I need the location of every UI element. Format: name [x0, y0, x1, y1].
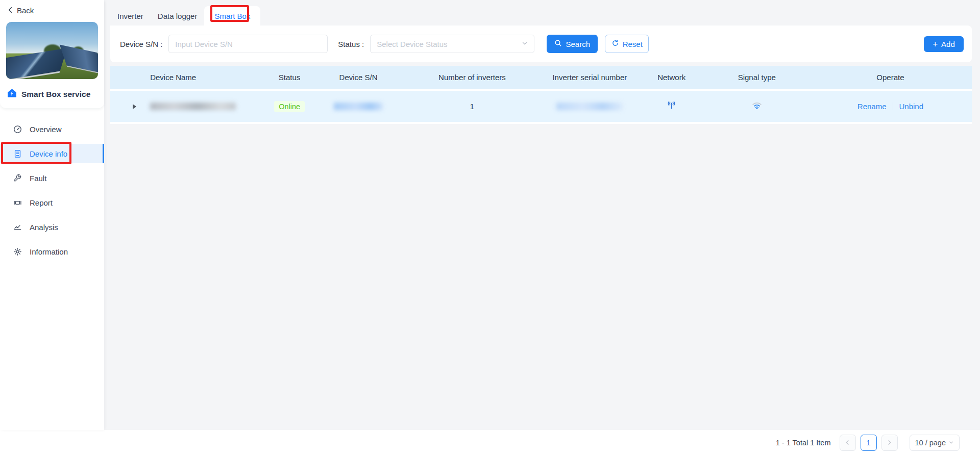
expand-row-caret-icon[interactable] — [133, 104, 136, 109]
page-size-select[interactable]: 10 / page — [910, 435, 960, 451]
inverter-count: 1 — [470, 102, 475, 111]
tab-label: Inverter — [117, 12, 143, 20]
network-cell — [639, 100, 705, 112]
sidebar-header: Back Smart Box service — [0, 0, 104, 108]
expand-cell — [110, 104, 143, 109]
tab-label: Smart Box — [214, 12, 250, 20]
device-tabs: Inverter Data logger Smart Box — [110, 6, 972, 26]
sidebar-item-label: Information — [30, 247, 68, 256]
chevron-left-icon — [7, 6, 14, 15]
service-title-row: Smart Box service — [6, 88, 98, 100]
search-button-label: Search — [566, 40, 590, 48]
line-chart-icon — [13, 223, 22, 232]
sidebar: Back Smart Box service Overview — [0, 0, 104, 430]
action-divider — [893, 103, 893, 110]
number-of-inverters-cell: 1 — [403, 102, 541, 111]
col-network: Network — [639, 73, 705, 82]
device-name-redacted-value — [150, 103, 236, 110]
page-number-button[interactable]: 1 — [861, 435, 877, 451]
add-button[interactable]: + Add — [924, 36, 964, 52]
table-row: Online 1 — [110, 89, 972, 124]
col-device-name: Device Name — [143, 73, 265, 82]
smart-box-table: Device Name Status Device S/N Number of … — [110, 66, 972, 124]
chevron-down-icon — [948, 439, 954, 447]
reset-button-label: Reset — [623, 40, 643, 48]
next-page-button[interactable] — [881, 435, 898, 451]
status-select[interactable]: Select Device Status — [370, 35, 534, 53]
chevron-left-icon — [845, 438, 850, 447]
status-select-placeholder: Select Device Status — [377, 40, 447, 48]
add-button-label: Add — [941, 40, 955, 48]
device-name-cell — [143, 103, 265, 110]
sidebar-item-label: Overview — [30, 125, 62, 134]
col-status: Status — [265, 73, 314, 82]
sidebar-item-analysis[interactable]: Analysis — [0, 217, 104, 237]
sidebar-item-report[interactable]: Report — [0, 193, 104, 212]
solar-panel-shape — [60, 45, 98, 75]
operate-cell: Rename Unbind — [809, 102, 972, 111]
back-label: Back — [17, 6, 34, 15]
device-list-icon — [13, 149, 22, 158]
status-label: Status : — [338, 40, 364, 48]
sidebar-item-fault[interactable]: Fault — [0, 168, 104, 188]
sidebar-item-device-info[interactable]: Device info — [0, 144, 104, 163]
sidebar-item-label: Device info — [30, 149, 67, 158]
antenna-signal-icon — [667, 100, 676, 112]
sidebar-item-label: Fault — [30, 174, 46, 183]
plant-photo — [6, 22, 98, 79]
table-header-row: Device Name Status Device S/N Number of … — [110, 66, 972, 89]
chevron-down-icon — [522, 39, 528, 48]
plus-icon: + — [933, 40, 938, 48]
device-sn-label: Device S/N : — [120, 40, 162, 48]
col-number-of-inverters: Number of inverters — [403, 73, 541, 82]
prev-page-button[interactable] — [840, 435, 856, 451]
col-inverter-serial-number: Inverter serial number — [541, 73, 639, 82]
service-title: Smart Box service — [21, 90, 90, 99]
search-icon — [554, 39, 562, 48]
dashboard-gauge-icon — [13, 125, 22, 134]
col-signal-type: Signal type — [705, 73, 809, 82]
device-sn-redacted-value — [334, 103, 383, 110]
pagination-total: 1 - 1 Total 1 Item — [776, 439, 831, 447]
sidebar-nav: Overview Device info Fault Report — [0, 119, 104, 261]
sidebar-item-label: Report — [30, 198, 53, 207]
house-bolt-icon — [7, 88, 17, 100]
tab-label: Data logger — [158, 12, 198, 20]
back-button[interactable]: Back — [6, 5, 98, 16]
tab-data-logger[interactable]: Data logger — [151, 6, 205, 26]
chevron-right-icon — [887, 438, 892, 447]
device-sn-cell — [313, 103, 403, 110]
status-badge: Online — [274, 101, 305, 112]
sidebar-item-label: Analysis — [30, 223, 58, 232]
sidebar-item-information[interactable]: Information — [0, 242, 104, 261]
wrench-icon — [13, 174, 22, 182]
inverter-serial-redacted-value — [556, 103, 623, 110]
col-operate: Operate — [809, 73, 972, 82]
page-size-label: 10 / page — [915, 439, 946, 447]
gear-icon — [13, 247, 22, 256]
device-sn-input[interactable] — [168, 35, 328, 53]
inverter-serial-cell — [541, 103, 639, 110]
tab-smart-box[interactable]: Smart Box — [204, 6, 260, 26]
pagination-bar: 1 - 1 Total 1 Item 1 10 / page — [0, 430, 980, 455]
solar-panel-shape — [6, 48, 67, 79]
status-filter-group: Status : Select Device Status — [338, 35, 534, 53]
search-button[interactable]: Search — [547, 35, 598, 53]
status-cell: Online — [265, 101, 314, 112]
col-device-sn: Device S/N — [313, 73, 403, 82]
filter-bar: Device S/N : Status : Select Device Stat… — [110, 26, 972, 62]
device-info-page: Back Smart Box service Overview — [0, 0, 980, 455]
reset-button[interactable]: Reset — [605, 35, 649, 53]
tab-inverter[interactable]: Inverter — [110, 6, 151, 26]
rename-link[interactable]: Rename — [857, 102, 887, 111]
main-content: Inverter Data logger Smart Box Device S/… — [104, 0, 980, 430]
refresh-icon — [611, 39, 619, 48]
report-icon — [13, 198, 22, 207]
signal-type-cell — [705, 101, 809, 112]
wifi-icon — [752, 101, 762, 112]
unbind-link[interactable]: Unbind — [899, 102, 924, 111]
sidebar-item-overview[interactable]: Overview — [0, 119, 104, 139]
